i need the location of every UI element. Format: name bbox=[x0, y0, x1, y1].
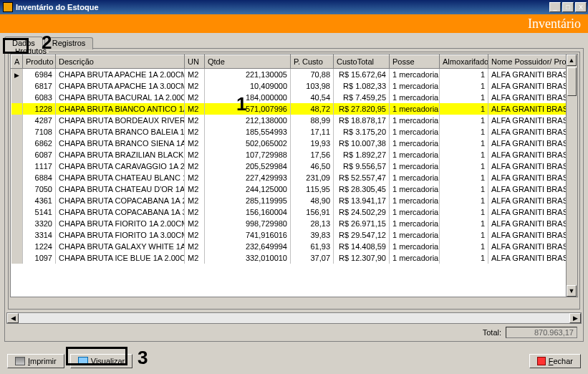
cell-ct: R$ 10.007,38 bbox=[334, 138, 390, 149]
col-produto[interactable]: Produto bbox=[23, 55, 56, 69]
scroll-up-arrow[interactable]: ▲ bbox=[567, 54, 577, 66]
visualize-button[interactable]: Visualizar bbox=[70, 354, 133, 368]
cell-produto: 3320 bbox=[23, 218, 56, 229]
cell-nome: ALFA GRANITI BRASIL LT bbox=[488, 218, 579, 229]
app-icon bbox=[3, 2, 13, 12]
cell-posse: 1 mercadoria bbox=[390, 92, 440, 103]
cell-qtde: 998,729980 bbox=[205, 218, 291, 229]
col-un[interactable]: UN bbox=[185, 55, 205, 69]
table-row[interactable]: 1117CHAPA BRUTA CARAVAGGIO 1A 2.M2205,52… bbox=[11, 160, 579, 172]
cell-alm: 1 bbox=[440, 115, 488, 126]
tab-registros[interactable]: Registros bbox=[44, 37, 93, 49]
vertical-scrollbar[interactable]: ▲ ▼ bbox=[566, 54, 577, 297]
cell-un: M2 bbox=[185, 126, 205, 138]
cell-qtde: 332,010010 bbox=[205, 252, 291, 264]
cell-posse: 1 mercadoria bbox=[390, 206, 440, 218]
cell-pc: 40,54 bbox=[291, 92, 334, 103]
table-row[interactable]: 5141CHAPA BRUTA COPACABANA 1A 3M2156,160… bbox=[11, 206, 579, 218]
cell-alm: 1 bbox=[440, 195, 488, 206]
row-marker-header[interactable]: A bbox=[11, 55, 23, 69]
cell-un: M2 bbox=[185, 241, 205, 252]
cell-ct: R$ 14.408,59 bbox=[334, 241, 390, 252]
annotation-3: 3 bbox=[138, 347, 148, 369]
visualize-button-label: Visualizar bbox=[91, 357, 125, 365]
cell-alm: 1 bbox=[440, 80, 488, 92]
cell-produto: 1224 bbox=[23, 241, 56, 252]
cell-posse: 1 mercadoria bbox=[390, 160, 440, 172]
cell-alm: 1 bbox=[440, 241, 488, 252]
table-row[interactable]: 4361CHAPA BRUTA COPACABANA 1A 2M2285,119… bbox=[11, 195, 579, 206]
scroll-right-arrow[interactable]: ▶ bbox=[569, 313, 581, 323]
inventory-grid[interactable]: A Produto Descrição UN Qtde P. Custo Cus… bbox=[11, 54, 578, 264]
cell-desc: CHAPA BRUTA CARAVAGGIO 1A 2. bbox=[56, 160, 185, 172]
cell-pc: 88,99 bbox=[291, 115, 334, 126]
cell-alm: 1 bbox=[440, 229, 488, 241]
cell-posse: 1 mercadoria bbox=[390, 149, 440, 160]
produtos-groupbox: Produtos A Produto Descrição UN bbox=[8, 52, 580, 310]
scroll-down-arrow[interactable]: ▼ bbox=[567, 285, 577, 297]
table-row[interactable]: 4287CHAPA BRUTA BORDEAUX RIVERM2212,1380… bbox=[11, 115, 579, 126]
horizontal-scrollbar[interactable]: ◀ ▶ bbox=[6, 312, 582, 324]
cell-pc: 17,11 bbox=[291, 126, 334, 138]
close-window-button[interactable]: X bbox=[575, 2, 587, 12]
cell-alm: 1 bbox=[440, 160, 488, 172]
row-marker bbox=[11, 195, 23, 206]
table-row[interactable]: 3314CHAPA BRUTA FIORITO 1A 3.00CMM2741,9… bbox=[11, 229, 579, 241]
col-almoxarifado[interactable]: Almoxarifado bbox=[440, 55, 488, 69]
cell-nome: ALFA GRANITI BRASIL LT bbox=[488, 69, 579, 80]
cell-desc: CHAPA BRUTA FIORITO 1A 3.00CM bbox=[56, 229, 185, 241]
cell-pc: 28,13 bbox=[291, 218, 334, 229]
cell-nome: ALFA GRANITI BRASIL LT bbox=[488, 160, 579, 172]
cell-nome: ALFA GRANITI BRASIL LT bbox=[488, 138, 579, 149]
table-row[interactable]: 6087CHAPA BRUTA BRAZILIAN BLACKM2107,729… bbox=[11, 149, 579, 160]
cell-desc: CHAPA BRUTA CHATEAU D'OR 1A bbox=[56, 183, 185, 195]
cell-produto: 5141 bbox=[23, 206, 56, 218]
total-row: Total: bbox=[483, 327, 577, 338]
hscroll-track[interactable] bbox=[19, 313, 569, 323]
cell-un: M2 bbox=[185, 149, 205, 160]
cell-alm: 1 bbox=[440, 218, 488, 229]
table-row[interactable]: 3320CHAPA BRUTA FIORITO 1A 2.00CMM2998,7… bbox=[11, 218, 579, 229]
col-custototal[interactable]: CustoTotal bbox=[334, 55, 390, 69]
cell-nome: ALFA GRANITI BRASIL LT bbox=[488, 115, 579, 126]
print-button[interactable]: Imprimir bbox=[7, 354, 64, 368]
scroll-left-arrow[interactable]: ◀ bbox=[7, 313, 19, 323]
cell-alm: 1 bbox=[440, 92, 488, 103]
cell-desc: CHAPA BRUTA GALAXY WHITE 1A bbox=[56, 241, 185, 252]
table-row[interactable]: 6884CHAPA BRUTA CHATEAU BLANC 1M2227,429… bbox=[11, 172, 579, 183]
cell-pc: 48,90 bbox=[291, 195, 334, 206]
tab-dados[interactable]: Dados bbox=[4, 37, 43, 49]
fechar-button[interactable]: Fechar bbox=[529, 354, 581, 368]
table-row[interactable]: 6083CHAPA BRUTA BACURAL 1A 2.00CM2184,00… bbox=[11, 92, 579, 103]
col-pcusto[interactable]: P. Custo bbox=[291, 55, 334, 69]
table-row[interactable]: 7050CHAPA BRUTA CHATEAU D'OR 1AM2244,125… bbox=[11, 183, 579, 195]
col-qtde[interactable]: Qtde bbox=[205, 55, 291, 69]
cell-qtde: 221,130005 bbox=[205, 69, 291, 80]
cell-qtde: 205,529984 bbox=[205, 160, 291, 172]
cell-posse: 1 mercadoria bbox=[390, 252, 440, 264]
col-nome[interactable]: Nome Possuidor/ Proprietá bbox=[488, 55, 579, 69]
cell-qtde: 185,554993 bbox=[205, 126, 291, 138]
col-posse[interactable]: Posse bbox=[390, 55, 440, 69]
table-row[interactable]: 6862CHAPA BRUTA BRANCO SIENA 1AM2502,065… bbox=[11, 138, 579, 149]
cell-nome: ALFA GRANITI BRASIL LT bbox=[488, 206, 579, 218]
minimize-button[interactable]: _ bbox=[549, 2, 561, 12]
table-row[interactable]: 1097CHAPA BRUTA ICE BLUE 1A 2.00CMM2332,… bbox=[11, 252, 579, 264]
cell-ct: R$ 1.892,27 bbox=[334, 149, 390, 160]
cell-qtde: 227,429993 bbox=[205, 172, 291, 183]
scroll-thumb[interactable] bbox=[567, 67, 577, 96]
maximize-button[interactable]: □ bbox=[562, 2, 574, 12]
cell-produto: 7108 bbox=[23, 126, 56, 138]
total-value-field bbox=[506, 327, 577, 338]
table-row[interactable]: 6984CHAPA BRUTA APACHE 1A 2.00CMM2221,13… bbox=[11, 69, 579, 80]
table-row[interactable]: 7108CHAPA BRUTA BRANCO BALEIA 1AM2185,55… bbox=[11, 126, 579, 138]
cell-produto: 7050 bbox=[23, 183, 56, 195]
col-descricao[interactable]: Descrição bbox=[56, 55, 185, 69]
table-row[interactable]: 6817CHAPA BRUTA APACHE 1A 3.00CMM210,409… bbox=[11, 80, 579, 92]
row-marker bbox=[11, 172, 23, 183]
table-row[interactable]: 1224CHAPA BRUTA GALAXY WHITE 1AM2232,649… bbox=[11, 241, 579, 252]
cell-qtde: 184,000000 bbox=[205, 92, 291, 103]
row-marker bbox=[11, 218, 23, 229]
table-row[interactable]: 1228CHAPA BRUTA BIANCO ANTICO 1AM2571,00… bbox=[11, 103, 579, 115]
cell-posse: 1 mercadoria bbox=[390, 69, 440, 80]
